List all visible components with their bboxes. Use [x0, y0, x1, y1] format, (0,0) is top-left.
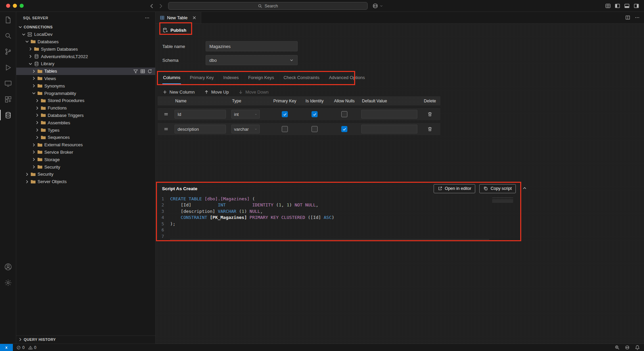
chevron-up-icon[interactable] — [522, 185, 527, 191]
close-window-button[interactable] — [6, 4, 10, 8]
open-in-editor-button[interactable]: Open in editor — [434, 184, 476, 193]
tree-item-programmability[interactable]: Programmability — [16, 90, 155, 97]
move-up-button[interactable]: Move Up — [204, 90, 229, 95]
more-actions-icon[interactable] — [144, 15, 150, 21]
tab-new-table[interactable]: New Table — [156, 12, 201, 23]
publish-button[interactable]: Publish — [162, 26, 186, 34]
search-box[interactable]: Search — [168, 2, 368, 10]
toggle-panel-icon[interactable] — [624, 3, 630, 9]
tree-item-views[interactable]: Views — [16, 75, 155, 82]
designer-tab-advanced-options[interactable]: Advanced Options — [328, 73, 365, 84]
tree-item-connections[interactable]: CONNECTIONS — [16, 23, 155, 31]
code-text: [description] VARCHAR (1) NULL, — [170, 208, 263, 215]
grid-header: NameTypePrimary KeyIs IdentityAllow Null… — [158, 96, 440, 105]
tree-item-tables[interactable]: Tables — [16, 68, 155, 75]
column-row-id: int — [158, 108, 440, 120]
tree-item-external-resources[interactable]: External Resources — [16, 141, 155, 149]
table-name-input[interactable] — [206, 41, 298, 51]
forward-arrow-icon[interactable] — [158, 3, 164, 9]
folder-icon — [30, 172, 36, 177]
split-editor-icon[interactable] — [625, 15, 630, 20]
tree-item-functions[interactable]: Functions — [16, 104, 155, 112]
tree-item-label: External Resources — [44, 142, 83, 147]
filter-icon[interactable] — [133, 69, 138, 74]
tree-item-system-databases[interactable]: System Databases — [16, 45, 155, 53]
designer-tab-indexes[interactable]: Indexes — [223, 73, 239, 84]
script-editor[interactable]: 1CREATE TABLE [dbo].[Magazines] (2 [Id] … — [157, 196, 521, 240]
tree-item-actions — [133, 69, 155, 74]
default-value-input[interactable] — [361, 110, 417, 119]
designer-tab-foreign-keys[interactable]: Foreign Keys — [248, 73, 275, 84]
designer-tab-check-constraints[interactable]: Check Constraints — [283, 73, 320, 84]
primary-key-checkbox[interactable] — [282, 126, 288, 132]
delete-column-button[interactable] — [427, 126, 433, 132]
column-name-input[interactable] — [175, 125, 226, 133]
tree-item-adventureworkslt2022[interactable]: AdventureWorksLT2022 — [16, 53, 155, 60]
move-down-button[interactable]: Move Down — [238, 90, 269, 95]
designer-tab-primary-key[interactable]: Primary Key — [189, 73, 214, 84]
tree-item-label: Database Triggers — [48, 113, 84, 118]
refresh-icon[interactable] — [147, 69, 153, 74]
tree-item-types[interactable]: Types — [16, 126, 155, 134]
tree-item-databases[interactable]: Databases — [16, 38, 155, 46]
activity-search[interactable] — [0, 28, 16, 44]
remote-icon — [4, 345, 9, 350]
tree-item-sequences[interactable]: Sequences — [16, 134, 155, 141]
status-bar-right — [615, 345, 644, 350]
allow-nulls-checkbox[interactable] — [341, 126, 347, 132]
activity-account[interactable] — [0, 259, 16, 275]
zoom-window-button[interactable] — [20, 4, 24, 8]
toggle-primary-sidebar-icon[interactable] — [615, 3, 620, 9]
new-column-button[interactable]: New Column — [162, 90, 194, 95]
tree-item-service-broker[interactable]: Service Broker — [16, 149, 155, 156]
allow-nulls-checkbox[interactable] — [341, 111, 347, 117]
remote-explorer-icon — [4, 79, 12, 87]
delete-column-button[interactable] — [427, 111, 433, 117]
bell-icon[interactable] — [635, 345, 640, 350]
activity-source-control[interactable] — [0, 44, 16, 59]
is-identity-checkbox[interactable] — [312, 111, 318, 117]
column-type-select[interactable]: varchar — [231, 125, 260, 133]
designer-tab-columns[interactable]: Columns — [162, 73, 181, 84]
tree-item-security[interactable]: Security — [16, 163, 155, 171]
primary-key-checkbox[interactable] — [282, 111, 288, 117]
tree-item-security[interactable]: Security — [16, 171, 155, 178]
tree-item-server-objects[interactable]: Server Objects — [16, 178, 155, 185]
tree-item-localdev[interactable]: LocalDev — [16, 31, 155, 38]
tree-item-assemblies[interactable]: Assemblies — [16, 119, 155, 126]
activity-extensions[interactable] — [0, 91, 16, 107]
tree-item-library[interactable]: Library — [16, 60, 155, 68]
copy-script-button[interactable]: Copy script — [479, 184, 516, 193]
schema-select[interactable]: dbo — [206, 55, 298, 65]
copilot-menu[interactable] — [372, 3, 383, 9]
tree-item-database-triggers[interactable]: Database Triggers — [16, 112, 155, 119]
activity-run-debug[interactable] — [0, 59, 16, 75]
column-name-input[interactable] — [175, 110, 226, 119]
grid-header-is-identity: Is Identity — [300, 99, 329, 103]
toggle-secondary-sidebar-icon[interactable] — [634, 3, 639, 9]
default-value-input[interactable] — [361, 125, 417, 133]
is-identity-checkbox[interactable] — [312, 126, 318, 132]
table-icon[interactable] — [140, 69, 145, 74]
back-arrow-icon[interactable] — [149, 3, 155, 9]
copilot-icon[interactable] — [625, 345, 630, 350]
close-tab-icon[interactable] — [192, 15, 197, 20]
column-type-select[interactable]: int — [231, 110, 260, 119]
remote-indicator[interactable] — [0, 344, 13, 351]
tree-item-storage[interactable]: Storage — [16, 156, 155, 163]
grid-header-primary-key: Primary Key — [270, 99, 300, 103]
query-history-section[interactable]: QUERY HISTORY — [16, 335, 155, 343]
drag-handle-icon[interactable] — [163, 126, 169, 132]
more-actions-icon[interactable] — [635, 15, 640, 20]
zoom-icon[interactable] — [615, 345, 620, 350]
activity-remote-explorer[interactable] — [0, 75, 16, 91]
problems-status[interactable]: 0 0 — [16, 345, 38, 350]
customize-layout-icon[interactable] — [605, 3, 611, 9]
activity-settings[interactable] — [0, 275, 16, 291]
activity-sql-server[interactable] — [0, 107, 16, 123]
drag-handle-icon[interactable] — [163, 111, 169, 117]
minimize-window-button[interactable] — [13, 4, 17, 8]
tree-item-synonyms[interactable]: Synonyms — [16, 82, 155, 90]
tree-item-stored-procedures[interactable]: Stored Procedures — [16, 97, 155, 104]
activity-explorer[interactable] — [0, 12, 16, 28]
